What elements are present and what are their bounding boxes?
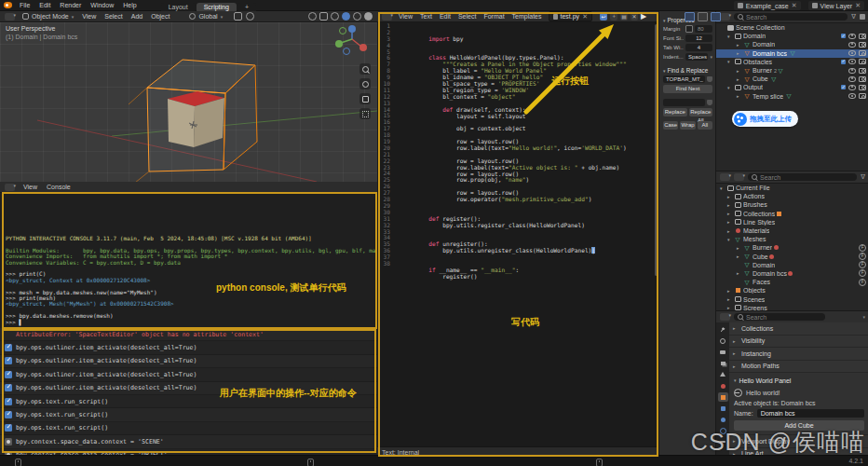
disclosure-arrow-icon[interactable]: ▸: [737, 42, 743, 48]
menu-item[interactable]: View: [22, 184, 38, 190]
editor-type-icon[interactable]: [382, 13, 392, 21]
disclosure-arrow-icon[interactable]: ▸: [727, 296, 734, 302]
proportional-editing-icon[interactable]: [246, 12, 254, 21]
disable-render-icon[interactable]: [859, 59, 866, 64]
editor-type-icon[interactable]: [5, 13, 15, 21]
render-icon[interactable]: [718, 336, 728, 346]
toggle-ortho-icon[interactable]: [359, 108, 371, 119]
menu-item[interactable]: Edit: [439, 13, 452, 20]
outliner-row[interactable]: ▸ Cube: [716, 75, 868, 83]
outliner-row[interactable]: ▸ Materials F: [716, 226, 868, 235]
menu-item[interactable]: Object: [150, 13, 170, 20]
all-toggle[interactable]: All: [698, 121, 712, 130]
disclosure-arrow-icon[interactable]: ▾: [727, 85, 734, 90]
options-icon[interactable]: [860, 14, 865, 20]
menu-item[interactable]: Select: [457, 13, 477, 20]
scene-icon[interactable]: [718, 370, 728, 379]
upload-badge[interactable]: 拖拽至此上传: [732, 111, 798, 127]
mode-selector[interactable]: Object Mode▾: [22, 13, 74, 20]
output-icon[interactable]: [718, 348, 728, 357]
disclosure-arrow-icon[interactable]: ▸: [737, 254, 743, 259]
outliner-row[interactable]: ▸ Domain bcs: [716, 49, 868, 58]
outliner-row[interactable]: ▸ Actions F: [716, 192, 868, 200]
disclosure-arrow-icon[interactable]: ▾: [720, 185, 726, 191]
fake-user-icon[interactable]: F: [859, 261, 866, 268]
pan-hand-icon[interactable]: [359, 78, 371, 89]
new-text-icon[interactable]: ＋: [610, 13, 617, 21]
unlink-text-icon[interactable]: ✕: [582, 13, 588, 21]
editor-type-icon[interactable]: [5, 184, 15, 191]
zoom-icon[interactable]: [359, 63, 371, 75]
disclosure-arrow-icon[interactable]: ▸: [727, 194, 734, 199]
hide-eye-icon[interactable]: [848, 50, 856, 56]
info-row[interactable]: AttributeError: 'SpaceTextEditor' object…: [0, 328, 377, 341]
filter-icon[interactable]: ∇: [851, 13, 856, 21]
window-icon[interactable]: [711, 12, 721, 21]
open-text-icon[interactable]: ▤: [620, 13, 628, 21]
find-input[interactable]: TOPBAR_MT_: [663, 75, 705, 83]
disclosure-arrow-icon[interactable]: ▸: [727, 219, 734, 225]
disclosure-arrow-icon[interactable]: ▸: [727, 202, 734, 208]
window-icon[interactable]: [698, 12, 708, 21]
shading-wireframe-icon[interactable]: [331, 12, 339, 21]
exclude-checkbox[interactable]: [841, 34, 846, 38]
remove-view-layer-icon[interactable]: ✕: [855, 2, 861, 9]
overlays-icon[interactable]: [308, 12, 317, 21]
add-cube-button[interactable]: Add Cube: [734, 420, 864, 431]
viewport-canvas[interactable]: User Perspective (1) Domain | Domain bcs: [0, 22, 377, 182]
disable-render-icon[interactable]: [859, 42, 866, 48]
outliner-row[interactable]: ▸ Brushes F: [716, 200, 868, 209]
replace-button[interactable]: Replace: [663, 108, 687, 116]
menu-item[interactable]: Text: [419, 13, 433, 20]
disclosure-arrow-icon[interactable]: ▸: [727, 228, 734, 234]
menu-item[interactable]: Add: [130, 13, 143, 20]
disclosure-arrow-icon[interactable]: ▸: [727, 288, 734, 294]
outliner-row[interactable]: ▸ Cube F: [716, 253, 868, 261]
find-replace-panel-header[interactable]: ▾Find & Replace: [663, 67, 712, 74]
property-panel-header[interactable]: ▸Motion Paths: [729, 361, 868, 374]
exclude-checkbox[interactable]: [841, 60, 846, 64]
editor-type-icon[interactable]: [720, 313, 730, 321]
fake-user-icon[interactable]: F: [859, 244, 866, 252]
hide-eye-icon[interactable]: [848, 76, 856, 82]
disclosure-arrow-icon[interactable]: ▾: [727, 34, 734, 39]
info-row[interactable]: bpy.ops.text.run_script(): [0, 408, 377, 421]
menu-item[interactable]: Templates: [511, 13, 543, 20]
fake-user-icon[interactable]: F: [859, 269, 866, 277]
outliner-row[interactable]: ▸ Objects F: [716, 286, 868, 295]
fake-user-icon[interactable]: F: [859, 253, 866, 260]
hide-eye-icon[interactable]: [848, 42, 856, 48]
outliner-row[interactable]: ▸ Collections F: [716, 210, 868, 218]
properties-search[interactable]: Search: [734, 313, 825, 321]
particles-icon[interactable]: [718, 415, 728, 424]
menu-item[interactable]: Console: [46, 184, 72, 190]
disclosure-arrow-icon[interactable]: ▸: [737, 50, 743, 56]
outliner-row[interactable]: ▾ Meshes F: [716, 235, 868, 243]
outliner-row[interactable]: ▸ Scenes F: [716, 295, 868, 303]
workspace-tab[interactable]: Scripting: [197, 3, 237, 11]
indent-value[interactable]: Spaces: [685, 53, 708, 61]
eyedropper-icon[interactable]: [707, 100, 712, 105]
object-name-field[interactable]: Domain bcs: [757, 409, 864, 418]
outliner-search[interactable]: Search: [748, 173, 857, 181]
orientation-selector[interactable]: Global▾: [189, 13, 223, 20]
disclosure-arrow-icon[interactable]: ▸: [737, 93, 743, 99]
menu-item[interactable]: Window: [89, 2, 115, 8]
run-script-button[interactable]: ▶: [641, 13, 646, 21]
world-icon[interactable]: [718, 381, 728, 391]
console-body[interactable]: PYTHON INTERACTIVE CONSOLE 3.11.7 (main,…: [0, 193, 377, 328]
disable-render-icon[interactable]: [859, 68, 866, 74]
margin-value[interactable]: 80: [695, 25, 712, 33]
outliner-row[interactable]: ▸ Domain bcs F: [716, 269, 868, 278]
outliner-row[interactable]: ▾ Obstacles: [716, 58, 868, 66]
view-layer-selector[interactable]: View Layer ✕: [808, 1, 864, 10]
wrap-toggle[interactable]: Wrap: [680, 121, 695, 130]
outliner-row[interactable]: ▾ Domain: [716, 32, 868, 40]
menu-item[interactable]: View: [81, 13, 97, 20]
case-toggle[interactable]: Case: [663, 121, 678, 130]
disable-render-icon[interactable]: [859, 93, 866, 99]
close-text-icon[interactable]: ✕: [631, 13, 638, 21]
disable-render-icon[interactable]: [859, 34, 866, 39]
exclude-checkbox[interactable]: [841, 85, 846, 89]
scene-selector[interactable]: Example_case ✕: [734, 1, 801, 10]
